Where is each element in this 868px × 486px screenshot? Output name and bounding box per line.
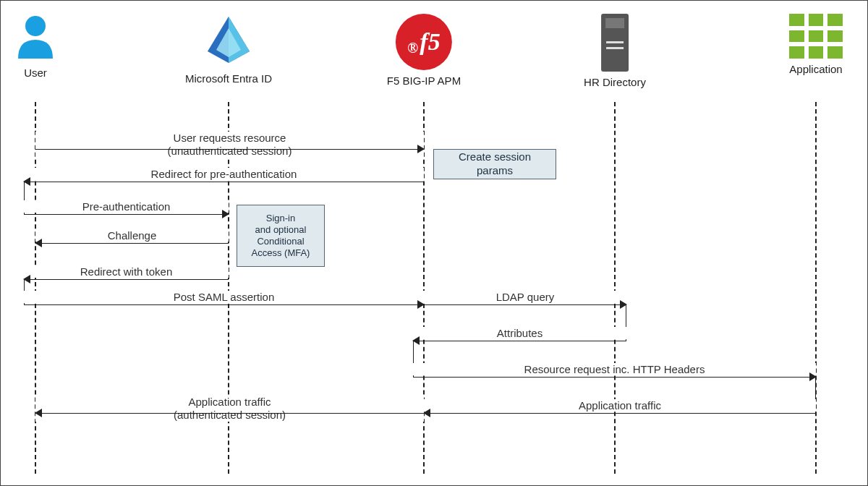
participant-app: Application [789,14,843,75]
participant-entra-label: Microsoft Entra ID [185,72,272,85]
msg-challenge: Challenge [35,236,229,252]
participant-entra: Microsoft Entra ID [185,14,272,85]
msg-text: Challenge [108,229,157,242]
msg-resource-request: Resource request inc. HTTP Headers [413,370,816,385]
msg-text: Application traffic [579,399,661,412]
msg-ldap-query: LDAP query [424,297,626,313]
msg-subtext: (authenticated session) [174,409,286,421]
msg-redirect-preauth: Redirect for pre-authentication [24,174,424,190]
participant-hr: HR Directory [584,14,646,88]
msg-text: Redirect with token [80,265,173,278]
msg-attributes: Attributes [413,333,626,349]
sequence-diagram: User Microsoft Entra ID ®f5 F5 BIG-IP AP… [0,0,868,486]
participant-app-label: Application [789,63,842,75]
msg-text: Pre-authentication [82,200,171,213]
participant-hr-label: HR Directory [584,76,646,88]
msg-text: Resource request inc. HTTP Headers [524,363,705,375]
box-create-session: Create session params [433,149,556,179]
msg-text: LDAP query [496,291,555,303]
msg-user-requests-resource: User requests resource (unauthenticated … [35,142,424,158]
grid-app-icon [789,14,843,59]
msg-text: Post SAML assertion [174,291,275,303]
f5-icon: ®f5 [396,14,452,70]
server-icon [601,14,629,72]
entra-icon [205,14,252,68]
user-icon [15,14,56,62]
msg-redirect-token: Redirect with token [24,272,229,288]
msg-app-traffic-left: Application traffic (authenticated sessi… [35,406,424,422]
participant-f5: ®f5 F5 BIG-IP APM [387,14,461,87]
box-signin: Sign-in and optional Conditional Access … [237,205,325,267]
msg-text: Redirect for pre-authentication [151,168,297,180]
svg-point-0 [25,16,46,36]
msg-subtext: (unauthenticated session) [168,145,292,157]
participant-user: User [15,14,56,79]
msg-post-saml: Post SAML assertion [24,297,424,313]
msg-app-traffic-right: Application traffic [424,406,816,422]
box-text: Create session params [440,150,550,178]
msg-preauth: Pre-authentication [24,207,229,223]
msg-text: Attributes [497,327,542,339]
msg-text: Application traffic [189,396,271,408]
box-text: Sign-in and optional Conditional Access … [252,213,310,260]
participant-user-label: User [24,67,47,79]
participant-f5-label: F5 BIG-IP APM [387,74,461,87]
msg-text: User requests resource [174,132,286,144]
